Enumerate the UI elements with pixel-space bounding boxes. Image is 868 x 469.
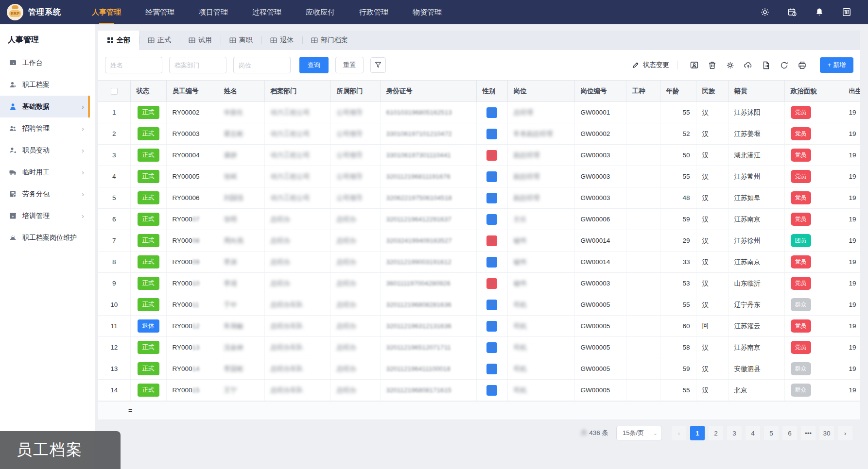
cell-ethnic: 汉 [696,209,728,230]
cloud-upload-icon[interactable] [744,61,753,70]
settings-icon[interactable] [760,7,770,17]
total-count: 共 436 条 [581,429,608,437]
blurred-text: 总经办 [337,216,357,223]
tab-5[interactable]: 退休 [261,31,302,50]
sidebar-item-4[interactable]: 招聘管理› [0,117,90,139]
page-1[interactable]: 1 [690,426,705,440]
tab-3[interactable]: 试用 [180,31,221,50]
cell-id_no: 320112196411100018 [380,358,476,380]
add-button[interactable]: + 新增 [820,57,853,73]
sidebar-item-5[interactable]: 职员变动› [0,139,90,161]
nav-item-7[interactable]: 物资管理 [400,0,454,24]
table-row[interactable]: 1正式RY00002华新生动力工程公司公司领导61010319680516251… [98,102,860,123]
nav-item-3[interactable]: 项目管理 [187,0,240,24]
page-30[interactable]: 30 [819,426,834,440]
cell-status: 退休 [130,316,166,337]
cell-pos_id: GW00005 [574,358,626,380]
table-row[interactable]: 4正式RY00005张斌动力工程公司公司领导320112196811191676… [98,166,860,187]
table-row[interactable]: 11退休RY00012朱旭敏总经办车队总经办320112196312131636… [98,316,860,337]
file-export-icon[interactable] [762,61,771,70]
blurred-text: 总经办 [271,280,291,287]
cell-political: 党员 [784,316,843,337]
printer-icon[interactable] [798,61,807,70]
page-3[interactable]: 3 [727,426,742,440]
table-row[interactable]: 12正式RY00013沈金林总经办车队总经办320112196512071711… [98,337,860,358]
table-row[interactable]: 8正式RY00009李涛总经办总经办320112199003191612男秘书G… [98,251,860,273]
page-5[interactable]: 5 [764,426,779,440]
reset-button[interactable]: 重置 [335,57,364,73]
tab-1[interactable]: 全部 [98,31,139,50]
blurred-text: 副总经理 [514,194,540,201]
next-page[interactable]: › [838,426,852,440]
table-row[interactable]: 7正式RY00008周向燕总经办总经办320324199409163527女秘书… [98,230,860,251]
sidebar-item-3[interactable]: 基础数据› [0,96,90,117]
sidebar-item-6[interactable]: 临时用工› [0,161,90,183]
apps-icon[interactable] [842,7,851,17]
nav-item-2[interactable]: 经营管理 [133,0,187,24]
table-row[interactable]: 14正式RY00015王宁总经办车队总经办320112196808171615男… [98,380,860,401]
page-6[interactable]: 6 [782,426,797,440]
nav-item-1[interactable]: 人事管理 [80,0,133,24]
trash-icon[interactable] [708,61,717,70]
filter-input-2[interactable] [169,57,226,73]
sidebar-item-8[interactable]: 培训管理› [0,205,90,227]
status-change-button[interactable]: 状态变更 [632,61,669,69]
filter-funnel-icon[interactable] [370,57,386,73]
table-row[interactable]: 13正式RY00014李国彬总经办车队总经办320112196411100018… [98,358,860,380]
filter-input-3[interactable] [233,57,291,73]
tab-4[interactable]: 离职 [221,31,261,50]
sidebar-item-1[interactable]: 工作台 [0,52,90,74]
gender-char: 男 [489,301,495,309]
cell-native: 湖北潜江 [728,145,784,166]
refresh-icon[interactable] [780,61,789,70]
cell-file_dept: 总经办车队 [264,316,330,337]
gender-char: 男 [489,386,495,394]
nav-item-5[interactable]: 应收应付 [294,0,347,24]
cell-position: 副总经理 [507,145,574,166]
blurred-id-number: 330106197101210472 [386,130,452,137]
search-button[interactable]: 查询 [299,57,329,73]
more-pages[interactable]: ••• [801,426,816,440]
table-row[interactable]: 9正式RY00010李瑾总经办总经办360111197004280926女秘书G… [98,273,860,294]
select-all-checkbox[interactable] [111,88,118,95]
sidebar-item-9[interactable]: 职工档案岗位维护 [0,227,90,249]
blurred-text: 主任 [514,216,527,223]
cell-index: 12 [98,337,130,358]
nav-item-6[interactable]: 行政管理 [347,0,400,24]
cell-job_type [626,187,660,209]
sidebar-item-2[interactable]: 职工档案 [0,74,90,96]
table-row[interactable]: 10正式RY00011于中总经办车队总经办320112196808281636男… [98,294,860,316]
tab-2[interactable]: 正式 [139,31,180,50]
cell-political: 党员 [784,102,843,123]
cell-native: 江苏南京 [728,251,784,273]
table-row[interactable]: 2正式RY00003霍志彬动力工程公司公司领导33010619710121047… [98,123,860,145]
cell-ethnic: 汉 [696,337,728,358]
nav-item-4[interactable]: 过程管理 [240,0,294,24]
calendar-icon[interactable] [787,7,797,17]
page-size-select[interactable]: 15条/页 ⌄ [616,426,662,440]
contact-import-icon[interactable] [690,61,699,70]
blurred-text: 总经办 [337,344,357,351]
cell-gender: 男 [476,209,507,230]
sidebar-item-7[interactable]: 劳务分包› [0,183,90,205]
cell-pos_id: GW00014 [574,230,626,251]
page-2[interactable]: 2 [709,426,723,440]
table-row[interactable]: 5正式RY00006刘国强动力工程公司公司领导32062219750610451… [98,187,860,209]
cell-position: 常务副总经理 [507,123,574,145]
training-icon [9,212,17,220]
cell-position: 司机 [507,358,574,380]
gear-edit-icon[interactable] [726,61,735,70]
filter-input-1[interactable] [105,57,162,73]
cell-id_no: 320324199409163527 [380,230,476,251]
gender-badge: 男 [486,342,497,353]
table-row[interactable]: 6正式RY00007张明总经办总经办320112196412291637男主任G… [98,209,860,230]
table-row[interactable]: 3正式RY00004康静动力工程公司公司领导330106197301110441… [98,145,860,166]
cell-pos_id: GW00014 [574,251,626,273]
cell-index: 3 [98,145,130,166]
gender-badge: 女 [486,235,497,246]
bell-icon[interactable] [815,7,824,17]
tab-6[interactable]: 部门档案 [302,31,357,50]
page-4[interactable]: 4 [746,426,760,440]
cell-pos_id: GW00003 [574,166,626,187]
blurred-id-number: 610103196805162513 [386,109,452,116]
